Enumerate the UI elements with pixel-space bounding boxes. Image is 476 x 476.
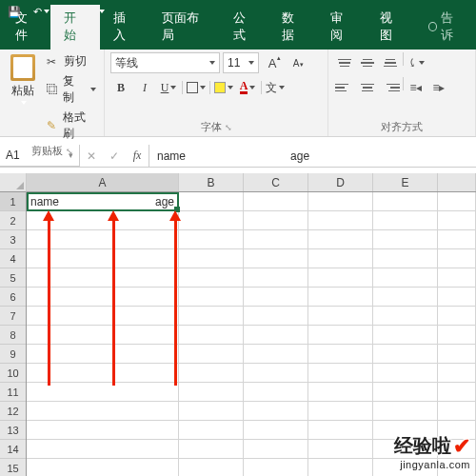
- row-header[interactable]: 5: [0, 268, 26, 288]
- align-center-button[interactable]: [357, 77, 378, 98]
- italic-button[interactable]: I: [134, 77, 155, 98]
- cell[interactable]: [179, 192, 244, 211]
- cell[interactable]: [373, 249, 438, 268]
- cut-button[interactable]: 剪切: [45, 52, 98, 70]
- align-bottom-button[interactable]: [380, 52, 401, 73]
- underline-button[interactable]: U: [158, 77, 179, 98]
- cell[interactable]: [308, 326, 373, 345]
- cell[interactable]: [373, 211, 438, 230]
- cell[interactable]: [179, 364, 244, 383]
- cell[interactable]: [308, 345, 373, 364]
- cell[interactable]: [179, 307, 244, 326]
- cell[interactable]: [244, 421, 308, 440]
- cell[interactable]: [179, 421, 244, 440]
- tab-page-layout[interactable]: 页面布局: [149, 5, 220, 50]
- cell[interactable]: [308, 440, 373, 459]
- cell[interactable]: [244, 268, 308, 288]
- cell[interactable]: [27, 383, 179, 402]
- cell[interactable]: [308, 364, 373, 383]
- cell[interactable]: [373, 402, 438, 421]
- cell[interactable]: [179, 383, 244, 402]
- cell[interactable]: [438, 268, 476, 288]
- cell[interactable]: [373, 326, 438, 345]
- cell[interactable]: [179, 326, 244, 345]
- cell[interactable]: [244, 345, 308, 364]
- border-button[interactable]: [186, 77, 207, 98]
- cell[interactable]: [373, 288, 438, 307]
- row-header[interactable]: 2: [0, 211, 26, 230]
- cell[interactable]: [27, 459, 179, 476]
- cell[interactable]: [308, 459, 373, 476]
- phonetic-button[interactable]: 文: [265, 77, 286, 98]
- cell[interactable]: [244, 459, 308, 476]
- insert-function-button[interactable]: fx: [126, 149, 149, 163]
- cell[interactable]: [179, 268, 244, 288]
- row-header[interactable]: 13: [0, 421, 26, 440]
- cell[interactable]: [244, 192, 308, 211]
- col-header-f[interactable]: [438, 173, 476, 191]
- orientation-button[interactable]: ⤹: [406, 52, 426, 73]
- row-header[interactable]: 9: [0, 345, 26, 364]
- col-header-b[interactable]: B: [179, 173, 244, 191]
- cell[interactable]: [308, 402, 373, 421]
- tab-formulas[interactable]: 公式: [220, 5, 268, 50]
- row-header[interactable]: 7: [0, 307, 26, 326]
- cell[interactable]: [244, 211, 308, 230]
- cell[interactable]: [438, 364, 476, 383]
- row-header[interactable]: 14: [0, 440, 26, 459]
- row-header[interactable]: 3: [0, 230, 26, 249]
- font-color-button[interactable]: A: [237, 77, 258, 98]
- cell[interactable]: [179, 345, 244, 364]
- tab-home[interactable]: 开始: [50, 5, 99, 50]
- cell[interactable]: [244, 230, 308, 249]
- cell[interactable]: [179, 230, 244, 249]
- cell[interactable]: [244, 249, 308, 268]
- cell[interactable]: [438, 345, 476, 364]
- select-all-corner[interactable]: [0, 173, 27, 192]
- tab-view[interactable]: 视图: [367, 5, 415, 50]
- row-header[interactable]: 10: [0, 364, 26, 383]
- dialog-launcher-icon[interactable]: ⤡: [225, 123, 232, 132]
- align-middle-button[interactable]: [357, 52, 378, 73]
- cell[interactable]: [179, 249, 244, 268]
- cell[interactable]: [244, 364, 308, 383]
- cell[interactable]: [179, 211, 244, 230]
- cell[interactable]: [244, 326, 308, 345]
- cell[interactable]: [308, 192, 373, 211]
- copy-button[interactable]: 复制: [45, 72, 98, 107]
- cell[interactable]: [308, 307, 373, 326]
- tab-file[interactable]: 文件: [2, 5, 50, 50]
- cell[interactable]: [244, 307, 308, 326]
- decrease-font-button[interactable]: A: [286, 52, 307, 73]
- col-header-e[interactable]: E: [373, 173, 438, 191]
- cell[interactable]: [308, 230, 373, 249]
- cell[interactable]: [373, 345, 438, 364]
- cell[interactable]: [308, 421, 373, 440]
- increase-indent-button[interactable]: ≡▸: [428, 77, 449, 98]
- cell[interactable]: [438, 383, 476, 402]
- cell[interactable]: [179, 288, 244, 307]
- cell[interactable]: [308, 383, 373, 402]
- cell[interactable]: [179, 459, 244, 476]
- name-box[interactable]: A1▾: [0, 145, 80, 167]
- cell[interactable]: [179, 402, 244, 421]
- row-header[interactable]: 6: [0, 288, 26, 307]
- tab-data[interactable]: 数据: [268, 5, 317, 50]
- cell[interactable]: [373, 364, 438, 383]
- cell[interactable]: [308, 288, 373, 307]
- row-header[interactable]: 8: [0, 326, 26, 345]
- cell[interactable]: [373, 268, 438, 288]
- tab-review[interactable]: 审阅: [317, 5, 366, 50]
- cell[interactable]: [27, 402, 179, 421]
- paste-button[interactable]: 粘贴: [6, 52, 41, 143]
- cell[interactable]: [308, 211, 373, 230]
- cell[interactable]: [373, 307, 438, 326]
- row-header[interactable]: 15: [0, 459, 26, 476]
- col-header-d[interactable]: D: [308, 173, 373, 191]
- cancel-edit-button[interactable]: ✕: [80, 149, 103, 163]
- col-header-a[interactable]: A: [27, 173, 179, 191]
- align-top-button[interactable]: [334, 52, 355, 73]
- row-header[interactable]: 12: [0, 402, 26, 421]
- cell[interactable]: [373, 192, 438, 211]
- cell[interactable]: [244, 402, 308, 421]
